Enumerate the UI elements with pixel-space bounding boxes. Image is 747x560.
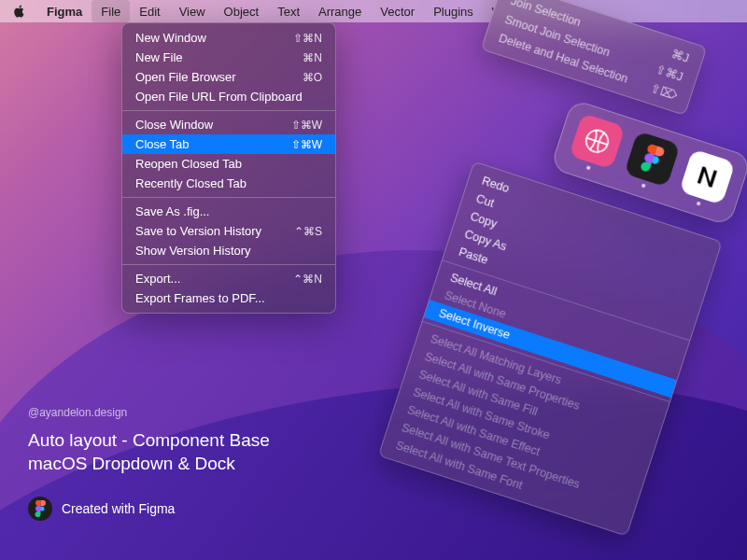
dock-app-notion[interactable]	[677, 148, 736, 212]
menu-close-window[interactable]: Close Window⇧⌘W	[122, 115, 335, 134]
dribbble-icon	[569, 113, 625, 169]
figma-icon	[624, 131, 680, 187]
menu-close-tab[interactable]: Close Tab⇧⌘W	[122, 134, 335, 154]
caption-title: Auto layout - Component Base macOS Dropd…	[28, 428, 270, 476]
menubar-item-text[interactable]: Text	[268, 0, 309, 22]
menubar-item-edit[interactable]: Edit	[130, 0, 169, 22]
menu-open-url-clipboard[interactable]: Open File URL From Clipboard	[122, 87, 335, 106]
menu-show-version-history[interactable]: Show Version History	[122, 241, 335, 260]
menu-separator	[122, 264, 335, 265]
created-with-badge: Created with Figma	[28, 497, 270, 521]
menubar-item-arrange[interactable]: Arrange	[309, 0, 371, 22]
dock-indicator	[697, 202, 701, 206]
menu-open-file-browser[interactable]: Open File Browser⌘O	[122, 67, 335, 87]
menu-new-file[interactable]: New File⌘N	[122, 48, 335, 67]
menu-recently-closed-tab[interactable]: Recently Closed Tab	[122, 174, 335, 193]
file-dropdown: New Window⇧⌘N New File⌘N Open File Brows…	[121, 22, 336, 314]
menu-export-frames-pdf[interactable]: Export Frames to PDF...	[122, 288, 335, 308]
menubar-item-vector[interactable]: Vector	[371, 0, 424, 22]
menubar-app-name[interactable]: Figma	[37, 0, 92, 22]
dock-app-dribbble[interactable]	[567, 113, 626, 176]
menu-save-version-history[interactable]: Save to Version History⌃⌘S	[122, 221, 335, 241]
notion-icon	[679, 148, 735, 204]
dock-app-figma[interactable]	[622, 131, 681, 194]
menu-new-window[interactable]: New Window⇧⌘N	[122, 28, 335, 48]
apple-logo-icon[interactable]	[13, 5, 26, 18]
dock-indicator	[586, 165, 591, 170]
menubar-item-file[interactable]: File	[92, 0, 130, 22]
dock-indicator	[641, 183, 646, 188]
menubar-item-plugins[interactable]: Plugins	[424, 0, 483, 22]
menu-separator	[122, 110, 335, 111]
author-handle: @ayandelon.design	[28, 406, 270, 419]
menubar-item-object[interactable]: Object	[215, 0, 269, 22]
menubar-item-view[interactable]: View	[170, 0, 215, 22]
caption-block: @ayandelon.design Auto layout - Componen…	[28, 406, 270, 521]
menu-export[interactable]: Export...⌃⌘N	[122, 269, 335, 288]
figma-logo-icon	[28, 497, 52, 521]
menu-separator	[122, 197, 335, 198]
menu-save-as-fig[interactable]: Save As .fig...	[122, 202, 335, 221]
menu-reopen-closed-tab[interactable]: Reopen Closed Tab	[122, 154, 335, 174]
